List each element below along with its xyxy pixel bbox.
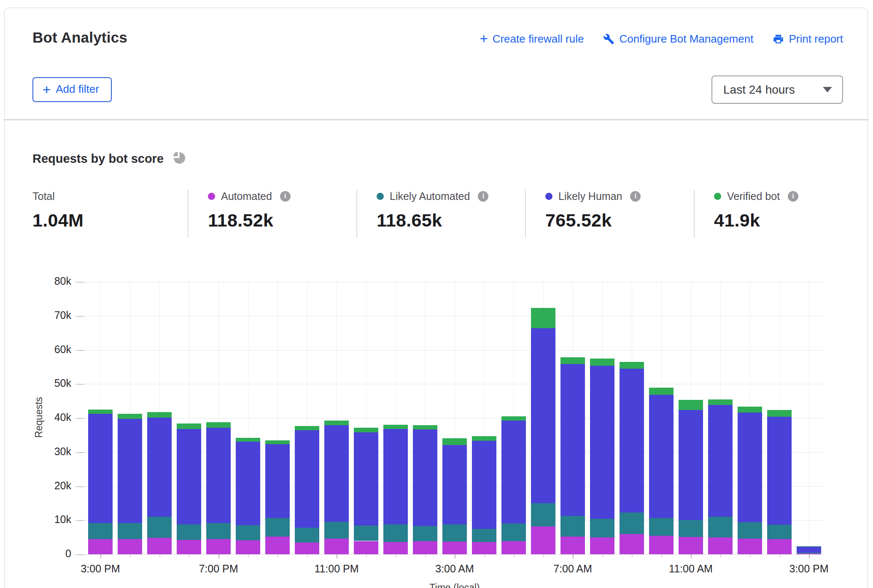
bar-segment-verified-bot[interactable] <box>708 399 733 405</box>
bar-segment-automated[interactable] <box>649 536 674 554</box>
print-report-link[interactable]: Print report <box>773 32 843 46</box>
bar-segment-automated[interactable] <box>738 539 762 554</box>
bar-segment-verified-bot[interactable] <box>620 362 644 369</box>
bar-segment-likely-automated[interactable] <box>324 522 349 539</box>
bar-segment-automated[interactable] <box>679 537 703 554</box>
bar-segment-likely-human[interactable] <box>147 418 172 517</box>
bar-segment-automated[interactable] <box>472 542 496 554</box>
bar-segment-likely-automated[interactable] <box>442 524 467 542</box>
info-icon[interactable]: i <box>280 191 291 202</box>
bar-segment-automated[interactable] <box>531 526 555 554</box>
bar-segment-likely-human[interactable] <box>413 429 437 526</box>
bar-segment-automated[interactable] <box>501 541 526 554</box>
bar-segment-likely-human[interactable] <box>738 413 762 522</box>
bar-segment-verified-bot[interactable] <box>797 546 821 547</box>
bar-segment-verified-bot[interactable] <box>236 438 260 442</box>
bar-segment-likely-automated[interactable] <box>383 524 408 542</box>
bar-segment-verified-bot[interactable] <box>265 440 290 444</box>
bar-segment-likely-automated[interactable] <box>590 519 614 537</box>
info-icon[interactable]: i <box>478 191 488 202</box>
bar-segment-automated[interactable] <box>265 537 290 554</box>
bar-segment-automated[interactable] <box>236 540 260 554</box>
bar-segment-likely-human[interactable] <box>560 364 585 516</box>
create-firewall-rule-link[interactable]: + Create firewall rule <box>480 32 584 46</box>
bar-segment-automated[interactable] <box>767 539 792 554</box>
time-range-select[interactable]: Last 24 hours <box>711 76 843 104</box>
bar-segment-likely-automated[interactable] <box>295 528 319 542</box>
bar-segment-likely-human[interactable] <box>442 445 467 524</box>
bar-segment-automated[interactable] <box>442 542 467 554</box>
bar-segment-likely-human[interactable] <box>206 428 231 523</box>
bar-segment-verified-bot[interactable] <box>590 359 614 366</box>
info-icon[interactable]: i <box>630 191 641 202</box>
bar-segment-verified-bot[interactable] <box>531 308 555 328</box>
add-filter-button[interactable]: + Add filter <box>32 77 112 102</box>
bar-segment-likely-human[interactable] <box>177 429 201 524</box>
bar-segment-verified-bot[interactable] <box>413 425 437 429</box>
bar-segment-verified-bot[interactable] <box>560 357 585 364</box>
bar-segment-likely-human[interactable] <box>383 429 408 524</box>
bar-segment-likely-human[interactable] <box>708 405 733 517</box>
bar-segment-automated[interactable] <box>383 542 408 554</box>
bar-segment-likely-automated[interactable] <box>531 503 555 526</box>
bar-segment-verified-bot[interactable] <box>295 426 319 430</box>
bar-segment-likely-automated[interactable] <box>738 522 762 539</box>
bar-segment-likely-automated[interactable] <box>206 523 231 539</box>
bar-segment-automated[interactable] <box>88 539 113 554</box>
bar-segment-likely-automated[interactable] <box>177 524 201 540</box>
bar-segment-likely-automated[interactable] <box>236 525 260 540</box>
bar-segment-verified-bot[interactable] <box>383 425 408 429</box>
bar-segment-likely-automated[interactable] <box>413 526 437 541</box>
bar-segment-likely-automated[interactable] <box>147 517 172 538</box>
bar-segment-verified-bot[interactable] <box>501 416 526 421</box>
bar-segment-verified-bot[interactable] <box>324 421 349 425</box>
bar-segment-likely-human[interactable] <box>236 442 260 525</box>
bar-segment-likely-automated[interactable] <box>708 517 733 537</box>
bar-segment-likely-automated[interactable] <box>118 523 142 539</box>
bar-segment-likely-human[interactable] <box>472 441 496 529</box>
bar-segment-likely-human[interactable] <box>649 395 674 518</box>
bar-segment-automated[interactable] <box>413 541 437 554</box>
bar-segment-verified-bot[interactable] <box>442 438 467 445</box>
bar-segment-likely-automated[interactable] <box>560 516 585 537</box>
bar-segment-likely-human[interactable] <box>118 419 142 523</box>
bar-segment-verified-bot[interactable] <box>679 400 703 410</box>
bar-segment-automated[interactable] <box>590 537 614 554</box>
bar-segment-automated[interactable] <box>118 539 142 554</box>
bar-segment-likely-human[interactable] <box>767 417 792 525</box>
bar-segment-likely-automated[interactable] <box>649 518 674 536</box>
bar-segment-likely-human[interactable] <box>501 421 526 523</box>
bar-segment-automated[interactable] <box>354 541 378 554</box>
bar-segment-verified-bot[interactable] <box>738 407 762 413</box>
bar-segment-verified-bot[interactable] <box>206 422 231 427</box>
bar-segment-likely-human[interactable] <box>620 369 644 513</box>
bar-segment-verified-bot[interactable] <box>767 410 792 416</box>
bar-segment-verified-bot[interactable] <box>472 436 496 441</box>
bar-segment-likely-automated[interactable] <box>472 529 496 542</box>
bar-segment-likely-automated[interactable] <box>354 526 378 541</box>
bar-segment-likely-human[interactable] <box>590 366 614 519</box>
info-icon[interactable]: i <box>788 191 798 202</box>
bar-segment-verified-bot[interactable] <box>649 388 674 395</box>
bar-segment-verified-bot[interactable] <box>118 414 142 418</box>
bar-segment-automated[interactable] <box>177 540 201 554</box>
bar-segment-likely-human[interactable] <box>797 546 821 552</box>
bar-segment-likely-automated[interactable] <box>265 518 290 537</box>
bar-segment-automated[interactable] <box>206 539 231 554</box>
bar-segment-verified-bot[interactable] <box>177 423 201 429</box>
bar-segment-automated[interactable] <box>620 534 644 554</box>
bar-segment-likely-human[interactable] <box>88 414 113 523</box>
bar-segment-likely-human[interactable] <box>531 328 555 503</box>
bar-segment-likely-automated[interactable] <box>679 520 703 537</box>
bar-segment-likely-automated[interactable] <box>767 525 792 539</box>
bar-segment-likely-human[interactable] <box>295 430 319 528</box>
bar-segment-likely-human[interactable] <box>679 410 703 521</box>
bar-segment-automated[interactable] <box>324 539 349 554</box>
bar-segment-automated[interactable] <box>560 537 585 554</box>
bar-segment-automated[interactable] <box>295 542 319 554</box>
bar-segment-likely-human[interactable] <box>324 425 349 522</box>
bar-segment-verified-bot[interactable] <box>88 410 113 414</box>
bar-segment-likely-human[interactable] <box>265 444 290 518</box>
bar-segment-likely-automated[interactable] <box>620 512 644 534</box>
bar-segment-automated[interactable] <box>147 538 172 554</box>
